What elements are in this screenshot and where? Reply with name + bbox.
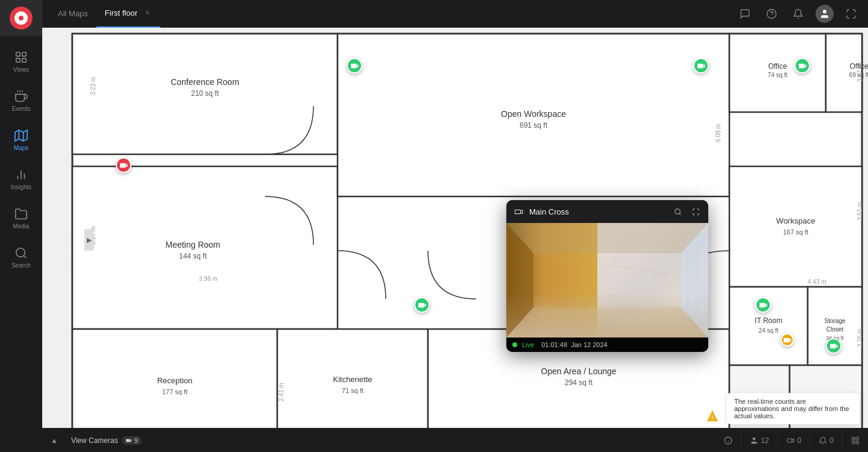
topbar: All Maps First floor ✕ [42,0,868,28]
avatar[interactable] [815,4,834,24]
svg-line-74 [679,213,681,215]
camera-pin-main-cross[interactable] [414,297,430,313]
sidebar-item-maps[interactable]: Maps [0,121,42,160]
camera-count-stat: 0 [787,436,802,445]
svg-text:6.08 m: 6.08 m [715,124,722,142]
camera-pin-3[interactable] [794,58,810,74]
svg-marker-7 [15,130,27,141]
camera-pin-6[interactable] [755,297,771,313]
svg-rect-72 [515,210,520,213]
sidebar-item-search[interactable]: Search [0,238,42,277]
sidebar-item-views[interactable]: Views [0,42,42,81]
info-stat[interactable] [724,436,732,445]
camera-popup: Main Cross [506,200,708,352]
notifications-icon[interactable] [788,4,808,24]
svg-text:Conference Room: Conference Room [171,77,239,87]
svg-text:Office: Office [768,62,787,71]
camera-pin-alert[interactable] [116,157,131,173]
sidebar-item-media[interactable]: Media [0,199,42,238]
camera-popup-footer: Live 01:01:48 Jan 12 2024 [506,337,708,352]
alert-count-stat: 0 [819,436,834,445]
map-area[interactable]: Conference Room 210 sq ft Open Workspace… [42,28,868,452]
svg-text:Reception: Reception [157,376,193,385]
svg-text:!: ! [711,415,713,421]
svg-text:Open Workspace: Open Workspace [501,109,566,119]
person-count-stat: 12 [750,436,769,445]
svg-rect-91 [852,441,855,444]
svg-text:Storage: Storage [824,318,845,324]
svg-text:Meeting Room: Meeting Room [165,240,220,250]
svg-text:Kitchenette: Kitchenette [333,375,372,384]
svg-text:144 sq ft: 144 sq ft [179,252,207,260]
svg-text:24 sq ft: 24 sq ft [759,327,779,334]
svg-rect-88 [787,439,792,442]
svg-text:3.22 m: 3.22 m [90,77,96,95]
svg-rect-92 [856,441,858,444]
svg-rect-0 [16,52,20,56]
sidebar-nav: Views Events Maps [0,36,42,452]
svg-rect-26 [729,166,862,287]
divider-1 [741,435,741,447]
logo[interactable] [0,0,42,36]
svg-text:3.98 m: 3.98 m [199,275,218,282]
chevron-up-icon: ▲ [51,436,58,445]
svg-rect-23 [277,329,428,444]
grid-expand-button[interactable] [851,436,860,445]
divider-4 [842,435,843,447]
svg-point-73 [675,209,680,214]
svg-text:691 sq ft: 691 sq ft [520,121,548,130]
svg-text:Open Area / Lounge: Open Area / Lounge [541,366,617,376]
close-tab-button[interactable]: ✕ [142,8,152,18]
collapse-sidebar-button[interactable]: ▶ [84,229,94,251]
svg-text:74 sq ft: 74 sq ft [768,72,788,78]
chat-icon[interactable] [735,4,755,24]
svg-rect-3 [22,58,26,62]
topbar-right [735,4,861,24]
svg-point-13 [16,248,25,257]
svg-line-14 [24,256,26,258]
realtime-tooltip: The real-time counts are approximations … [727,393,860,424]
help-icon[interactable] [762,4,781,24]
camera-popup-icon [512,206,524,218]
cameras-badge: 9 [122,436,142,445]
svg-text:71 sq ft: 71 sq ft [342,387,363,394]
svg-text:294 sq ft: 294 sq ft [565,378,593,387]
svg-rect-84 [126,439,130,442]
bottom-right-stats: 12 0 0 [724,435,860,447]
svg-marker-75 [506,307,708,337]
svg-text:3.07 m: 3.07 m [857,63,863,82]
camera-pin-1[interactable] [347,58,362,74]
svg-text:Closet: Closet [826,326,844,333]
sidebar-item-insights[interactable]: Insights [0,160,42,199]
sidebar-item-events[interactable]: Events [0,81,42,121]
svg-marker-76 [506,223,708,253]
divider-2 [778,435,778,447]
live-indicator [512,342,517,347]
svg-rect-2 [16,58,20,62]
svg-rect-22 [72,329,277,444]
camera-header-actions [671,205,702,218]
camera-pin-it-alert[interactable] [781,333,794,347]
camera-expand-button[interactable] [689,205,702,218]
camera-search-button[interactable] [671,205,684,218]
svg-rect-1 [22,52,26,56]
svg-rect-27 [729,287,808,365]
svg-text:210 sq ft: 210 sq ft [191,89,219,98]
bottom-bar: ▲ View Cameras 9 12 [42,428,868,452]
camera-pin-2[interactable] [693,58,709,74]
tab-first-floor[interactable]: First floor ✕ [96,0,160,28]
sidebar: Views Events Maps [0,0,42,452]
svg-rect-90 [856,437,858,439]
svg-text:IT Room: IT Room [755,316,782,325]
fullscreen-icon[interactable] [841,4,861,24]
svg-text:3.76 m: 3.76 m [857,328,863,347]
svg-rect-89 [852,437,855,439]
svg-text:Workspace: Workspace [776,216,816,225]
tab-all-maps[interactable]: All Maps [49,0,96,28]
camera-video-feed [506,223,708,337]
view-cameras-button[interactable]: View Cameras 9 [66,434,146,447]
camera-pin-7[interactable] [826,338,841,354]
svg-text:167 sq ft: 167 sq ft [783,228,808,236]
svg-text:3.51 m: 3.51 m [857,202,863,221]
camera-popup-header: Main Cross [506,200,708,223]
